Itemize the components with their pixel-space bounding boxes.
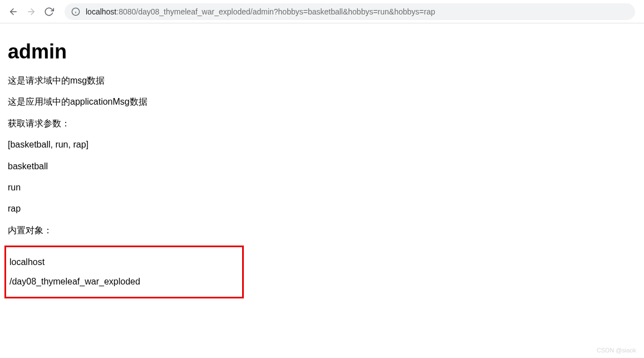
param-item: basketball: [8, 160, 636, 173]
context-path-text: /day08_thymeleaf_war_exploded: [9, 276, 241, 288]
back-button[interactable]: [4, 3, 22, 21]
reload-icon: [44, 7, 54, 17]
builtin-label: 内置对象：: [8, 224, 636, 237]
page-title: admin: [8, 40, 636, 63]
info-icon: [71, 7, 80, 16]
msg-text: 这是请求域中的msg数据: [8, 75, 636, 87]
reload-button[interactable]: [40, 3, 58, 21]
param-item: rap: [8, 203, 636, 215]
arrow-left-icon: [8, 7, 18, 17]
server-name-text: localhost: [9, 256, 241, 268]
application-msg-text: 这是应用域中的applicationMsg数据: [8, 96, 636, 108]
url-path: :8080/day08_thymeleaf_war_exploded/admin…: [116, 7, 435, 16]
get-params-label: 获取请求参数：: [8, 117, 636, 130]
highlight-box: localhost /day08_thymeleaf_war_exploded: [4, 246, 244, 298]
address-bar[interactable]: localhost:8080/day08_thymeleaf_war_explo…: [65, 3, 635, 20]
url-host: localhost: [86, 7, 116, 16]
page-content: admin 这是请求域中的msg数据 这是应用域中的applicationMsg…: [0, 23, 644, 307]
arrow-right-icon: [26, 7, 36, 17]
param-item: run: [8, 182, 636, 194]
watermark: CSDN @siaok: [597, 347, 636, 354]
params-array-text: [basketball, run, rap]: [8, 139, 636, 151]
url-text: localhost:8080/day08_thymeleaf_war_explo…: [86, 7, 435, 16]
browser-toolbar: localhost:8080/day08_thymeleaf_war_explo…: [0, 0, 644, 23]
forward-button[interactable]: [22, 3, 40, 21]
